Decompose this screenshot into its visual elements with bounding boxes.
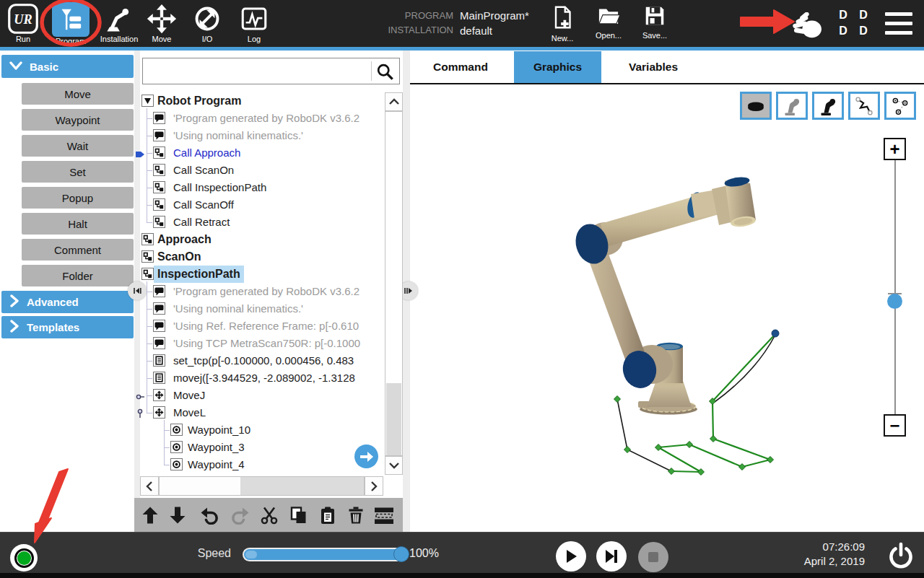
- robot-3d-view[interactable]: [410, 84, 924, 532]
- tree-row--using-ref-reference-frame-p[interactable]: 'Using Ref. Reference Frame: p[-0.610: [134, 318, 385, 335]
- tree-row-call-scanoff[interactable]: Call ScanOff: [134, 196, 385, 214]
- log-icon: [237, 2, 271, 35]
- stop-icon: [647, 551, 660, 564]
- tree-row-waypoint_10[interactable]: Waypoint_10: [134, 421, 385, 439]
- paste-button[interactable]: [316, 504, 339, 526]
- call-icon: [153, 146, 165, 159]
- program-label: PROGRAM: [359, 10, 453, 21]
- vertical-scrollbar[interactable]: [385, 111, 403, 456]
- nav-tab-installation[interactable]: Installation: [95, 1, 143, 46]
- tree-search-box: [142, 58, 400, 84]
- tree-row-inspectionpath[interactable]: InspectionPath: [134, 266, 385, 283]
- tree-row-waypoint_4[interactable]: Waypoint_4: [134, 456, 385, 473]
- command-popup[interactable]: Popup: [22, 187, 134, 209]
- open-button[interactable]: Open...: [588, 5, 629, 40]
- section-label: Templates: [27, 321, 79, 333]
- command-set[interactable]: Set: [22, 161, 134, 183]
- initialize-status-button[interactable]: [10, 544, 38, 572]
- tree-row-label: Call ScanOn: [173, 162, 234, 179]
- vertical-scroll-thumb[interactable]: [386, 383, 401, 455]
- advance-button[interactable]: [354, 445, 378, 468]
- tree-row--program-generated-by-robodk[interactable]: 'Program generated by RoboDK v3.6.2: [134, 110, 385, 127]
- tree-row-label: set_tcp(p[-0.100000, 0.000456, 0.483: [173, 352, 354, 369]
- tree-row-label: Call ScanOff: [173, 196, 234, 214]
- tree-row-call-retract[interactable]: Call Retract: [134, 214, 385, 231]
- palette-section-advanced[interactable]: Advanced: [1, 291, 134, 313]
- tree-row-label: 'Using nominal kinematics.': [173, 127, 303, 144]
- tree-row-movej[interactable]: MoveJ: [134, 387, 385, 404]
- installation-label: INSTALLATION: [359, 25, 453, 35]
- tree-row-movel[interactable]: MoveL: [134, 404, 385, 421]
- palette-section-templates[interactable]: Templates: [1, 316, 134, 338]
- horizontal-scrollbar[interactable]: [159, 476, 365, 496]
- tab-command[interactable]: Command: [416, 51, 505, 83]
- delete-button[interactable]: [344, 504, 367, 526]
- tree-row-call-approach[interactable]: Call Approach: [134, 144, 385, 162]
- scroll-left-button[interactable]: [140, 476, 159, 496]
- cut-button[interactable]: [258, 504, 281, 526]
- tree-row--using-tcp-metrascan750r-p-0[interactable]: 'Using TCP MetraScan750R: p[-0.1000: [134, 335, 385, 352]
- tree-row-scanon[interactable]: ScanOn: [134, 248, 385, 266]
- tree-row--using-nominal-kinematics-[interactable]: 'Using nominal kinematics.': [134, 300, 385, 318]
- nav-tab-program[interactable]: Program: [51, 1, 91, 46]
- tree-row-waypoint_3[interactable]: Waypoint_3: [134, 439, 385, 456]
- move-node-icon: [153, 406, 165, 419]
- redo-button: [228, 504, 251, 526]
- tab-variables[interactable]: Variables: [610, 51, 697, 83]
- command-waypoint[interactable]: Waypoint: [22, 109, 134, 131]
- search-input[interactable]: [146, 60, 372, 82]
- nav-tab-move[interactable]: Move: [144, 1, 180, 46]
- play-icon: [565, 549, 578, 564]
- new-button[interactable]: New...: [541, 5, 583, 43]
- command-halt[interactable]: Halt: [22, 213, 134, 235]
- speed-slider-handle[interactable]: [393, 546, 409, 562]
- undo-button[interactable]: [198, 504, 221, 526]
- status-bar: [0, 532, 924, 578]
- status-green-light: [17, 551, 31, 565]
- tree-row-label: movej([-3.944529, -2.089002, -1.3128: [173, 369, 355, 387]
- tree-row--using-nominal-kinematics-[interactable]: 'Using nominal kinematics.': [134, 127, 385, 144]
- tree-row-call-inspectionpath[interactable]: Call InspectionPath: [134, 179, 385, 196]
- save-button[interactable]: Save...: [634, 5, 676, 40]
- tree-row-label: Waypoint_4: [188, 456, 245, 473]
- tree-row-set_tcp-p-0-100000-0-000456-[interactable]: set_tcp(p[-0.100000, 0.000456, 0.483: [134, 352, 385, 369]
- nav-tab-log[interactable]: Log: [235, 1, 273, 46]
- tree-row-robot-program[interactable]: Robot Program: [134, 92, 385, 110]
- tree-row-call-scanon[interactable]: Call ScanOn: [134, 162, 385, 179]
- tree-row-label: ScanOn: [157, 248, 201, 266]
- command-folder[interactable]: Folder: [22, 265, 134, 286]
- tree-row-movej-3-944529-2-089002-1-31[interactable]: movej([-3.944529, -2.089002, -1.3128: [134, 369, 385, 387]
- comment-icon: [153, 285, 165, 297]
- scroll-up-button[interactable]: [385, 92, 403, 111]
- speed-slider[interactable]: [243, 548, 409, 561]
- tree-row-approach[interactable]: Approach: [134, 231, 385, 248]
- command-comment[interactable]: Comment: [22, 239, 134, 260]
- pin-dot-icon: [136, 408, 144, 421]
- installation-icon: [103, 2, 136, 35]
- expand-triangle-icon: [141, 95, 154, 107]
- program-tree: Robot Program'Program generated by RoboD…: [134, 92, 385, 473]
- hamburger-menu-button[interactable]: [885, 12, 914, 37]
- chevron-right-icon: [1, 294, 27, 310]
- suppress-button[interactable]: [372, 504, 396, 526]
- file-button-label: Open...: [588, 31, 629, 40]
- search-icon[interactable]: [375, 62, 395, 82]
- palette-section-basic[interactable]: Basic: [1, 55, 134, 78]
- nav-tab-label: Run: [6, 35, 40, 43]
- tree-row-label: InspectionPath: [154, 266, 244, 283]
- move-down-button[interactable]: [166, 504, 189, 526]
- tree-row--program-generated-by-robodk[interactable]: 'Program generated by RoboDK v3.6.2: [134, 283, 385, 300]
- scroll-right-button[interactable]: [365, 476, 383, 496]
- nav-tab-run[interactable]: URRun: [6, 1, 40, 46]
- tab-graphics[interactable]: Graphics: [514, 51, 601, 83]
- copy-button[interactable]: [287, 504, 310, 526]
- scroll-down-button[interactable]: [385, 456, 403, 475]
- command-move[interactable]: Move: [22, 83, 134, 105]
- nav-tab-io[interactable]: I/O: [189, 1, 225, 46]
- move-up-button[interactable]: [139, 504, 162, 526]
- command-wait[interactable]: Wait: [22, 135, 134, 157]
- play-button[interactable]: [556, 541, 586, 572]
- shutdown-button[interactable]: [886, 541, 916, 574]
- step-button[interactable]: [596, 541, 627, 572]
- horizontal-scroll-thumb[interactable]: [160, 477, 240, 495]
